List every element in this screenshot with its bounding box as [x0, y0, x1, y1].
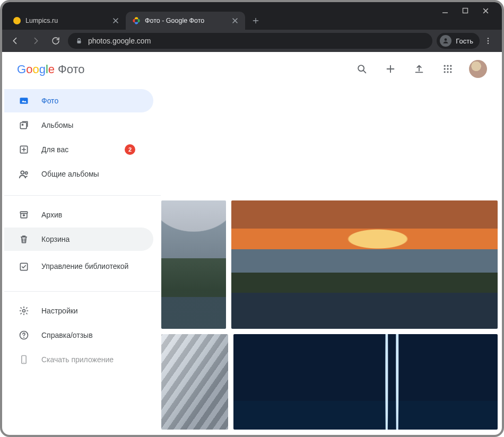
- close-icon[interactable]: [231, 17, 239, 24]
- browser-tab-active[interactable]: Фото - Google Фото: [126, 12, 245, 30]
- svg-rect-8: [22, 124, 23, 126]
- browser-tab[interactable]: Lumpics.ru: [6, 12, 126, 30]
- forward-button[interactable]: [28, 33, 44, 49]
- svg-point-24: [444, 68, 446, 69]
- page: Google Фото Фото Альбомы Для вас 2 Общие…: [4, 52, 500, 433]
- shared-albums-icon: [18, 168, 30, 180]
- nav-label: Скачать приложение: [41, 355, 114, 364]
- apps-button[interactable]: [440, 62, 455, 76]
- close-icon[interactable]: [112, 17, 119, 24]
- url-text: photos.google.com: [88, 37, 151, 45]
- close-window-icon[interactable]: [482, 7, 489, 14]
- separator: [4, 195, 161, 196]
- tab-title: Фото - Google Фото: [145, 17, 204, 24]
- favicon: [13, 16, 21, 25]
- trash-icon: [18, 233, 30, 245]
- sidebar-item-albums[interactable]: Альбомы: [4, 113, 153, 137]
- svg-point-3: [488, 38, 489, 39]
- sidebar-item-shared[interactable]: Общие альбомы: [4, 162, 153, 186]
- sidebar: Google Фото Фото Альбомы Для вас 2 Общие…: [4, 52, 161, 433]
- nav-label: Управление библиотекой: [41, 262, 128, 272]
- svg-point-2: [445, 38, 447, 41]
- nav-label: Альбомы: [41, 121, 73, 129]
- nav-label: Архив: [41, 211, 62, 219]
- photo-grid: [161, 200, 500, 433]
- svg-point-15: [23, 310, 25, 312]
- address-bar[interactable]: photos.google.com: [68, 33, 432, 49]
- settings-icon: [18, 305, 30, 317]
- favicon: [132, 16, 141, 25]
- window-controls: [442, 2, 498, 14]
- photo-thumbnail[interactable]: [161, 334, 228, 430]
- svg-point-23: [450, 65, 451, 67]
- google-logo: Google: [17, 63, 55, 76]
- svg-point-25: [447, 68, 448, 69]
- minimize-icon[interactable]: [442, 7, 448, 14]
- svg-point-17: [23, 337, 24, 338]
- photo-row: [161, 334, 498, 430]
- nav-label: Корзина: [41, 235, 69, 243]
- help-icon: [18, 329, 30, 341]
- browser-menu-button[interactable]: [484, 37, 497, 45]
- product-name: Фото: [58, 63, 85, 76]
- maximize-icon[interactable]: [462, 7, 468, 14]
- svg-point-20: [358, 65, 364, 71]
- nav-group-footer: Настройки Справка/отзыв Скачать приложен…: [4, 299, 161, 371]
- nav-label: Настройки: [41, 307, 78, 315]
- sidebar-item-trash[interactable]: Корзина: [4, 228, 153, 251]
- badge-count: 2: [125, 144, 135, 155]
- nav-label: Общие альбомы: [41, 170, 99, 178]
- archive-icon: [18, 209, 30, 221]
- account-avatar[interactable]: [469, 60, 487, 78]
- reload-button[interactable]: [48, 33, 64, 49]
- sidebar-item-download-app[interactable]: Скачать приложение: [4, 348, 153, 371]
- sidebar-item-for-you[interactable]: Для вас 2: [4, 138, 153, 161]
- sidebar-item-archive[interactable]: Архив: [4, 203, 153, 226]
- svg-point-29: [450, 71, 451, 73]
- sidebar-item-help[interactable]: Справка/отзыв: [4, 324, 153, 347]
- for-you-icon: [18, 144, 30, 155]
- photo-thumbnail[interactable]: [161, 200, 226, 329]
- search-button[interactable]: [354, 62, 369, 76]
- svg-point-26: [450, 68, 451, 69]
- separator: [4, 291, 161, 292]
- sidebar-item-photos[interactable]: Фото: [4, 89, 153, 112]
- svg-point-5: [488, 42, 489, 43]
- nav-group-secondary: Архив Корзина Управление библиотекой: [4, 203, 161, 282]
- browser-titlebar: Lumpics.ru Фото - Google Фото: [2, 2, 502, 30]
- photos-icon: [18, 95, 30, 107]
- svg-point-28: [447, 71, 448, 73]
- photo-thumbnail[interactable]: [233, 334, 498, 430]
- create-button[interactable]: [383, 62, 398, 76]
- browser-toolbar: photos.google.com Гость: [2, 30, 502, 52]
- svg-point-19: [23, 362, 24, 363]
- svg-point-11: [25, 172, 27, 174]
- brand[interactable]: Google Фото: [4, 52, 161, 89]
- svg-point-4: [488, 40, 489, 41]
- back-button[interactable]: [7, 33, 23, 49]
- svg-point-22: [447, 65, 448, 67]
- svg-point-21: [444, 65, 446, 67]
- library-manage-icon: [18, 261, 30, 273]
- svg-rect-6: [20, 98, 28, 104]
- sidebar-item-settings[interactable]: Настройки: [4, 299, 153, 322]
- svg-point-27: [444, 71, 446, 73]
- new-tab-button[interactable]: [248, 13, 263, 28]
- nav-label: Для вас: [41, 145, 68, 154]
- svg-rect-1: [77, 40, 81, 43]
- svg-point-10: [21, 171, 24, 174]
- app-toolbar: [161, 52, 500, 86]
- nav-label: Фото: [41, 97, 58, 105]
- nav-group-main: Фото Альбомы Для вас 2 Общие альбомы: [4, 89, 161, 186]
- tab-title: Lumpics.ru: [25, 17, 58, 24]
- svg-rect-0: [463, 8, 468, 13]
- lock-icon: [75, 37, 83, 45]
- nav-label: Справка/отзыв: [41, 331, 93, 339]
- download-app-icon: [18, 354, 30, 365]
- sidebar-item-library[interactable]: Управление библиотекой: [4, 252, 153, 282]
- profile-chip[interactable]: Гость: [437, 33, 480, 49]
- guest-avatar-icon: [440, 35, 451, 47]
- photo-thumbnail[interactable]: [231, 200, 498, 329]
- photo-row: [161, 200, 498, 329]
- upload-button[interactable]: [412, 62, 427, 76]
